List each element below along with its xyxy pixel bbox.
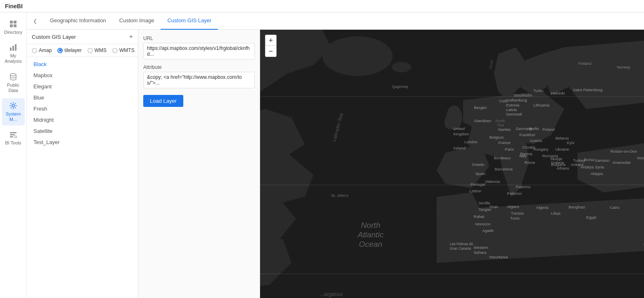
svg-text:Qagortoq: Qagortoq [392, 84, 408, 89]
svg-text:London: London [464, 140, 478, 144]
svg-text:Rabat: Rabat [474, 214, 484, 219]
radio-amap[interactable]: Amap [32, 47, 52, 53]
svg-text:Krasnodar: Krasnodar [613, 160, 631, 165]
svg-text:Denmark: Denmark [506, 112, 522, 116]
zoom-out-button[interactable]: − [265, 46, 276, 57]
svg-point-7 [10, 73, 16, 76]
svg-text:Aleppo: Aleppo [591, 171, 603, 176]
gear-icon [9, 102, 17, 110]
tab-geographic-information[interactable]: Geographic Information [43, 12, 113, 30]
svg-text:Ireland: Ireland [453, 146, 465, 150]
svg-text:Egypt: Egypt [586, 215, 597, 220]
svg-rect-11 [10, 136, 13, 137]
svg-text:Mauritania: Mauritania [490, 255, 508, 259]
tab-custom-image[interactable]: Custom Image [113, 12, 161, 30]
svg-text:Norway: Norway [617, 65, 631, 69]
svg-text:Atlantic: Atlantic [357, 230, 384, 239]
svg-text:Ankara: Ankara [571, 162, 584, 167]
svg-text:Gran Canaria: Gran Canaria [450, 246, 471, 251]
svg-text:Syria: Syria [595, 165, 604, 169]
svg-text:Tunisia: Tunisia [511, 211, 524, 215]
url-label: URL [143, 35, 255, 41]
svg-rect-1 [14, 21, 17, 24]
svg-text:North: North [496, 118, 505, 123]
svg-text:Latvia: Latvia [506, 107, 517, 112]
svg-text:Bergen: Bergen [474, 105, 487, 110]
url-value[interactable]: https://api.mapbox.com/styles/v1/frgloba… [143, 43, 255, 59]
map-area: Labrador Sea Strait North Atlantic Ocean… [260, 30, 644, 298]
svg-text:Athens: Athens [557, 166, 569, 170]
svg-text:...argasso: ...argasso [320, 291, 343, 297]
radio-tilelayer-label: tilelayer [64, 47, 81, 53]
svg-text:Tunis: Tunis [510, 216, 520, 220]
add-layer-button[interactable]: + [129, 33, 133, 40]
svg-text:Algiers: Algiers [507, 204, 519, 209]
svg-rect-2 [10, 24, 13, 27]
svg-text:Belarus: Belarus [555, 136, 569, 140]
load-layer-button[interactable]: Load Layer [143, 95, 183, 107]
svg-text:Valencia: Valencia [485, 179, 500, 184]
collapse-button[interactable]: ❮ [30, 16, 40, 26]
svg-text:Gothenburg: Gothenburg [506, 98, 527, 102]
main-layout: Directory My Analysis Public Data S [0, 12, 644, 298]
svg-text:Las Palmas de: Las Palmas de [450, 242, 474, 246]
svg-text:Finland: Finland [578, 61, 591, 66]
layer-item-black[interactable]: Black [27, 59, 138, 70]
svg-text:Bursa: Bursa [584, 157, 595, 162]
tab-custom-gis-layer[interactable]: Custom GIS Layer [161, 12, 218, 30]
svg-point-16 [392, 62, 411, 73]
svg-text:Morocco: Morocco [475, 222, 490, 226]
svg-text:Poland: Poland [542, 127, 554, 132]
sidebar-item-system-m[interactable]: System M... [2, 98, 25, 125]
svg-text:Seville: Seville [478, 201, 490, 205]
svg-text:Benghazi: Benghazi [568, 205, 585, 209]
svg-text:Samsun: Samsun [595, 158, 609, 163]
zoom-in-button[interactable]: + [265, 35, 276, 46]
attribute-value[interactable]: &copy; <a href="http://www.mapbox.com/to… [143, 72, 255, 88]
svg-text:Berlin: Berlin [529, 126, 539, 131]
radio-tilelayer-circle [57, 48, 63, 53]
svg-text:Kyiv: Kyiv [567, 140, 574, 145]
svg-text:United: United [453, 126, 465, 131]
radio-tilelayer[interactable]: tilelayer [57, 47, 81, 53]
svg-text:Croatia: Croatia [522, 145, 535, 149]
sidebar-item-public-data[interactable]: Public Data [2, 69, 25, 97]
svg-text:Cairo: Cairo [610, 205, 620, 210]
layer-item-satellite[interactable]: Satellite [27, 125, 138, 137]
svg-text:Sahara: Sahara [474, 250, 487, 255]
layer-list: Black Mapbox Elegant Blue Fresh Midnight… [27, 57, 138, 298]
layer-item-fresh[interactable]: Fresh [27, 103, 138, 114]
sidebar-item-bi-tools[interactable]: BI Tools [2, 127, 25, 149]
app-logo: FineBI [5, 3, 23, 9]
sidebar-item-directory[interactable]: Directory [2, 17, 25, 38]
svg-text:Rostov-on-Don: Rostov-on-Don [611, 149, 637, 154]
radio-amap-circle [32, 48, 37, 53]
radio-row: Amap tilelayer WMS WMTS [27, 44, 138, 57]
content-area: ❮ Geographic Information Custom Image Cu… [27, 12, 644, 298]
svg-text:Italy: Italy [519, 154, 527, 158]
layer-item-test-layer[interactable]: Test_Layer [27, 137, 138, 148]
map-svg: Labrador Sea Strait North Atlantic Ocean… [260, 30, 644, 298]
config-panel: URL https://api.mapbox.com/styles/v1/frg… [138, 30, 260, 298]
svg-text:Algeria: Algeria [536, 205, 549, 210]
svg-rect-9 [10, 132, 17, 133]
radio-wmts[interactable]: WMTS [112, 47, 135, 53]
tool-icon [9, 130, 17, 139]
sidebar-nav: Directory My Analysis Public Data S [0, 12, 27, 298]
radio-wmts-circle [112, 48, 118, 53]
left-panel: Custom GIS Layer + Amap tilelayer [27, 30, 138, 298]
radio-wmts-label: WMTS [119, 47, 135, 53]
svg-point-15 [322, 36, 393, 76]
layer-item-midnight[interactable]: Midnight [27, 114, 138, 125]
svg-text:France: France [498, 140, 511, 145]
layer-item-mapbox[interactable]: Mapbox [27, 70, 138, 81]
svg-text:Palermo: Palermo [507, 191, 522, 196]
svg-text:Hungary: Hungary [533, 147, 548, 151]
sidebar-item-my-analysis[interactable]: My Analysis [2, 40, 25, 67]
svg-point-18 [445, 115, 453, 129]
layer-item-elegant[interactable]: Elegant [27, 81, 138, 92]
tabs-row: ❮ Geographic Information Custom Image Cu… [27, 12, 644, 30]
radio-wms[interactable]: WMS [88, 47, 107, 53]
layer-item-blue[interactable]: Blue [27, 92, 138, 103]
radio-wms-circle [88, 48, 93, 53]
